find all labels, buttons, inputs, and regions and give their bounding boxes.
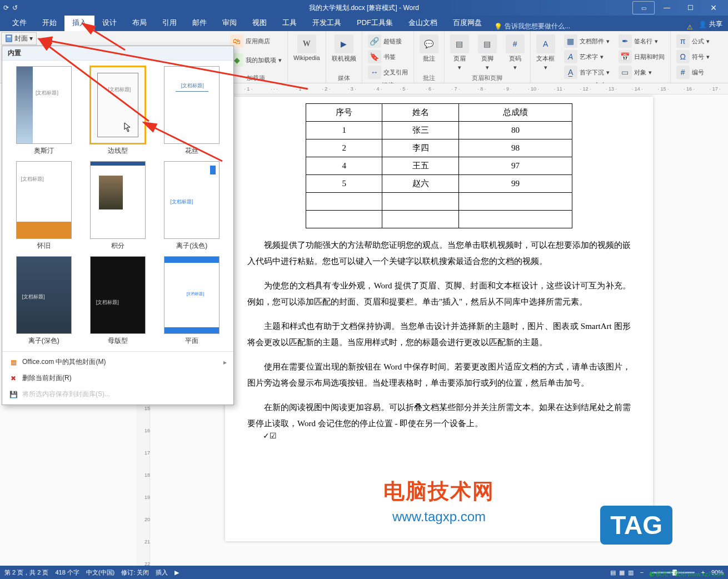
chevron-right-icon: ▸ bbox=[223, 358, 227, 366]
tab-developer[interactable]: 开发工具 bbox=[305, 14, 349, 31]
status-bar: 第 2 页，共 2 页 418 个字 中文(中国) 修订: 关闭 插入 ▶ ▤ … bbox=[0, 566, 728, 579]
header-button[interactable]: ▤页眉▾ bbox=[448, 33, 471, 72]
watermark-overlay: 电脑技术网 www.tagxp.com bbox=[383, 477, 495, 525]
crossref-icon: ↔ bbox=[368, 66, 381, 79]
tab-layout[interactable]: 布局 bbox=[124, 14, 154, 31]
window-title: 我的大学规划.docx [兼容模式] - Word bbox=[309, 3, 419, 13]
coverpage-icon bbox=[5, 34, 13, 42]
number-icon: # bbox=[676, 66, 690, 79]
tab-view[interactable]: 视图 bbox=[245, 14, 275, 31]
tab-home[interactable]: 开始 bbox=[34, 14, 64, 31]
cover-thumb-sideline[interactable]: [文档标题] 边线型 bbox=[86, 66, 149, 156]
close-button[interactable]: × bbox=[702, 1, 725, 14]
language[interactable]: 中文(中国) bbox=[86, 568, 114, 577]
tab-wps[interactable]: 金山文档 bbox=[401, 14, 445, 31]
cover-page-gallery: 内置 [文档标题] 奥斯汀 [文档标题] 边线型 [文档标题] 花丝 [文档标题… bbox=[2, 46, 234, 405]
share-button[interactable]: 👤 共享 bbox=[693, 17, 728, 31]
symbol-button[interactable]: Ω符号 ▾ bbox=[674, 49, 712, 64]
horizontal-ruler[interactable]: · 3 ·· 2 ·· 1 ·· · ·· 1 ·· 2 ·· 3 ·· 4 ·… bbox=[150, 83, 728, 94]
my-addins-button[interactable]: ◆我的加载项 ▾ bbox=[228, 52, 284, 68]
tab-insert[interactable]: 插入 bbox=[64, 14, 94, 31]
tab-file[interactable]: 文件 bbox=[4, 14, 34, 31]
office-icon: ▦ bbox=[9, 358, 18, 367]
zoom-out-button[interactable]: − bbox=[637, 569, 647, 576]
remove-cover[interactable]: ✖删除当前封面(R) bbox=[2, 370, 233, 386]
crossref-button[interactable]: ↔交叉引用 bbox=[366, 64, 410, 80]
document-page[interactable]: 序号姓名总成绩1张三802李四984王五975赵六99 视频提供了功能强大的方法… bbox=[225, 97, 653, 541]
tab-tools[interactable]: 工具 bbox=[275, 14, 305, 31]
bookmark-icon: 🔖 bbox=[368, 50, 381, 63]
comment-button[interactable]: 💬批注 bbox=[417, 33, 441, 64]
tab-mailings[interactable]: 邮件 bbox=[185, 14, 215, 31]
page-count[interactable]: 第 2 页，共 2 页 bbox=[4, 568, 48, 577]
pagenum-icon: # bbox=[506, 34, 525, 53]
object-icon: ▭ bbox=[619, 66, 632, 79]
svg-rect-1 bbox=[7, 36, 11, 38]
online-video-button[interactable]: ▶联机视频 bbox=[330, 33, 358, 64]
cover-thumb-motion[interactable]: [文档标题] 母版型 bbox=[86, 256, 149, 346]
tab-baidu[interactable]: 百度网盘 bbox=[445, 14, 490, 31]
dropcap-icon: A̲ bbox=[564, 66, 577, 79]
data-table[interactable]: 序号姓名总成绩1张三802李四984王五975赵六99 bbox=[306, 103, 572, 228]
view-readmode-icon[interactable]: ▤ bbox=[610, 569, 616, 576]
undo-icon[interactable]: ↺ bbox=[12, 4, 18, 12]
dropcap-button[interactable]: A̲首字下沉 ▾ bbox=[562, 64, 612, 80]
site-watermark: ◐ 极光下载站 www.xz7.com bbox=[649, 570, 725, 578]
equation-button[interactable]: π公式 ▾ bbox=[674, 33, 712, 49]
cover-thumb-filigree[interactable]: [文档标题] 花丝 bbox=[161, 66, 223, 156]
tab-design[interactable]: 设计 bbox=[94, 14, 124, 31]
cover-thumb-retrospect[interactable]: [文档标题] 怀旧 bbox=[12, 161, 75, 251]
tab-references[interactable]: 引用 bbox=[154, 14, 185, 31]
vertical-ruler-numbers: 141516171819202122232425 bbox=[142, 383, 152, 579]
more-office-covers[interactable]: ▦Office.com 中的其他封面(M)▸ bbox=[2, 354, 233, 370]
word-count[interactable]: 418 个字 bbox=[55, 568, 79, 577]
ribbon-display-options-icon[interactable]: ▭ bbox=[632, 1, 655, 14]
warning-icon[interactable]: ⚠ bbox=[687, 23, 693, 31]
object-button[interactable]: ▭对象 ▾ bbox=[616, 64, 667, 80]
comment-icon: 💬 bbox=[420, 34, 438, 53]
lightbulb-icon: 💡 bbox=[494, 23, 502, 31]
save-icon: 💾 bbox=[9, 390, 18, 399]
ribbon-group-addins: 🛍应用商店 ◆我的加载项 ▾ 加载项 bbox=[225, 31, 288, 83]
cover-thumb-ion-light[interactable]: [文档标题] 离子(浅色) bbox=[161, 161, 223, 251]
blank-page-button[interactable]: ▫ bbox=[38, 32, 50, 44]
symbol-icon: Ω bbox=[676, 50, 690, 63]
tab-pdftools[interactable]: PDF工具集 bbox=[349, 14, 401, 31]
link-icon: 🔗 bbox=[368, 34, 381, 48]
wikipedia-button[interactable]: WWikipedia bbox=[291, 33, 322, 62]
pagenum-button[interactable]: #页码▾ bbox=[503, 33, 527, 72]
insert-mode[interactable]: 插入 bbox=[156, 568, 168, 577]
footer-icon: ▤ bbox=[478, 34, 497, 53]
share-icon: 👤 bbox=[699, 21, 707, 28]
view-web-icon[interactable]: ▥ bbox=[628, 569, 634, 576]
gallery-section-header: 内置 bbox=[2, 46, 233, 61]
cover-page-button[interactable]: 封面 ▾ bbox=[1, 32, 37, 45]
title-bar: ⟳ ↺ 我的大学规划.docx [兼容模式] - Word ▭ — ☐ × bbox=[0, 0, 728, 16]
datetime-button[interactable]: 📅日期和时间 bbox=[616, 49, 667, 64]
cover-thumb-integral[interactable]: 积分 bbox=[86, 161, 149, 251]
tab-review[interactable]: 审阅 bbox=[215, 14, 245, 31]
number-button[interactable]: #编号 bbox=[674, 64, 712, 80]
hyperlink-button[interactable]: 🔗超链接 bbox=[366, 33, 410, 49]
tell-me-search[interactable]: 💡 告诉我您想要做什么... bbox=[494, 22, 687, 31]
autosave-icon[interactable]: ⟳ bbox=[3, 4, 9, 12]
maximize-button[interactable]: ☐ bbox=[679, 1, 701, 14]
footer-button[interactable]: ▤页脚▾ bbox=[476, 33, 499, 72]
cover-thumb-facet[interactable]: [文档标题] 平面 bbox=[161, 256, 223, 346]
view-print-icon[interactable]: ▦ bbox=[619, 569, 625, 576]
quickparts-button[interactable]: ▦文档部件 ▾ bbox=[562, 33, 612, 49]
equation-icon: π bbox=[676, 34, 690, 48]
cover-thumb-ion-dark[interactable]: [文档标题] 离子(深色) bbox=[12, 256, 75, 346]
wordart-button[interactable]: A艺术字 ▾ bbox=[562, 49, 612, 64]
textbox-button[interactable]: A文本框▾ bbox=[534, 33, 557, 80]
cover-thumb-austin[interactable]: [文档标题] 奥斯汀 bbox=[12, 66, 75, 156]
sigline-button[interactable]: ✒签名行 ▾ bbox=[616, 33, 667, 49]
app-store-button[interactable]: 🛍应用商店 bbox=[228, 33, 284, 49]
checkbox-line: ✓☑ bbox=[247, 431, 631, 440]
minimize-button[interactable]: — bbox=[656, 1, 678, 14]
bookmark-button[interactable]: 🔖书签 bbox=[366, 49, 410, 64]
save-to-cover-gallery: 💾将所选内容保存到封面库(S)... bbox=[2, 386, 233, 402]
quickparts-icon: ▦ bbox=[564, 34, 577, 48]
macro-record-icon[interactable]: ▶ bbox=[174, 569, 179, 576]
delete-icon: ✖ bbox=[9, 374, 18, 383]
